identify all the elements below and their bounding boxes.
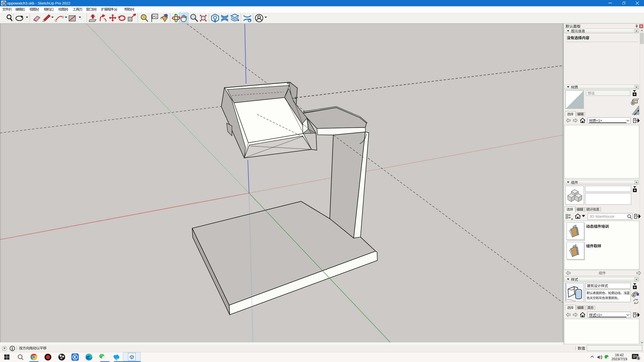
svg-text:A1: A1 — [153, 15, 157, 18]
svg-text:5: 5 — [637, 356, 639, 360]
